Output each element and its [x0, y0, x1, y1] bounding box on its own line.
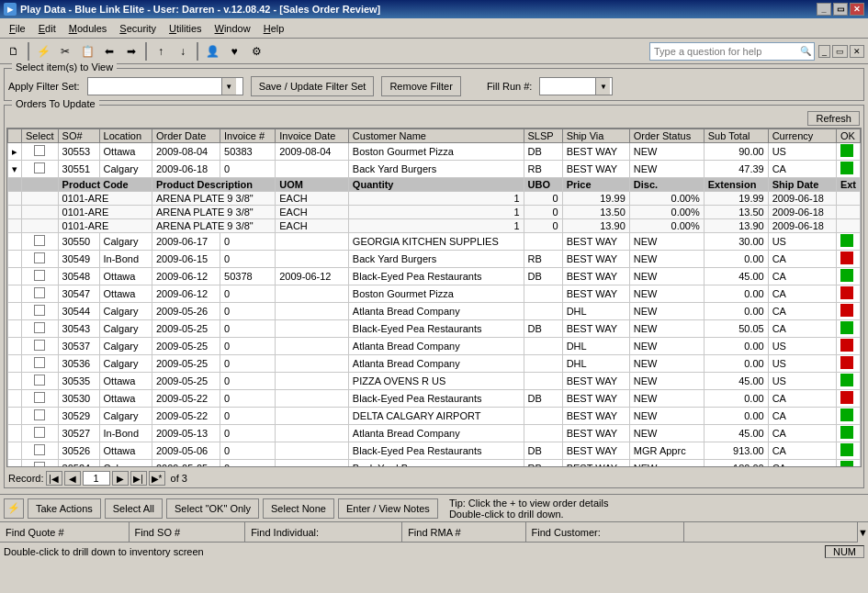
- toolbar-btn-new[interactable]: 🗋: [4, 41, 24, 62]
- find-customer-input[interactable]: [604, 527, 678, 538]
- toolbar-btn-sort-desc[interactable]: ↓: [173, 41, 193, 62]
- check-cell[interactable]: [22, 143, 59, 161]
- check-cell[interactable]: [22, 373, 59, 390]
- nav-new[interactable]: ▶*: [149, 471, 165, 486]
- check-cell[interactable]: [22, 390, 59, 408]
- table-row[interactable]: 30527 In-Bond 2009-05-13 0 Atlanta Bread…: [8, 425, 861, 442]
- expand-cell[interactable]: [8, 390, 22, 408]
- sub-table-row[interactable]: 0101-ARE ARENA PLATE 9 3/8" EACH 1 0 19.…: [8, 192, 861, 206]
- toolbar-btn-2[interactable]: ✂: [55, 41, 75, 62]
- check-cell[interactable]: [22, 161, 59, 178]
- expand-cell[interactable]: [8, 355, 22, 373]
- expand-cell[interactable]: [8, 442, 22, 460]
- table-row[interactable]: ▸ 30553 Ottawa 2009-08-04 50383 2009-08-…: [8, 143, 861, 161]
- col-order-date[interactable]: Order Date: [152, 129, 220, 143]
- save-filter-button[interactable]: Save / Update Filter Set: [251, 76, 375, 96]
- check-cell[interactable]: [22, 303, 59, 320]
- enter-notes-button[interactable]: Enter / View Notes: [338, 498, 438, 519]
- table-row[interactable]: 30524 Calgary 2009-05-05 0 Back Yard Bur…: [8, 460, 861, 468]
- table-row[interactable]: 30529 Calgary 2009-05-22 0 DELTA CALGARY…: [8, 408, 861, 425]
- nav-last[interactable]: ▶|: [130, 471, 147, 486]
- restore-button[interactable]: ▭: [833, 3, 848, 16]
- check-cell[interactable]: [22, 320, 59, 338]
- table-row[interactable]: 30530 Ottawa 2009-05-22 0 Black-Eyed Pea…: [8, 390, 861, 408]
- expand-cell[interactable]: ▸: [8, 143, 22, 161]
- select-ok-only-button[interactable]: Select "OK" Only: [166, 498, 259, 519]
- toolbar-close-btn[interactable]: ✕: [850, 45, 864, 58]
- close-button[interactable]: ✕: [850, 3, 864, 16]
- find-rma-input[interactable]: [465, 527, 520, 538]
- col-order-status[interactable]: Order Status: [629, 129, 704, 143]
- select-none-button[interactable]: Select None: [263, 498, 334, 519]
- col-customer[interactable]: Customer Name: [348, 129, 524, 143]
- check-cell[interactable]: [22, 408, 59, 425]
- col-invoice[interactable]: Invoice #: [220, 129, 276, 143]
- menu-edit[interactable]: Edit: [33, 21, 62, 36]
- expand-cell[interactable]: ▾: [8, 161, 22, 178]
- table-row[interactable]: ▾ 30551 Calgary 2009-06-18 0 Back Yard B…: [8, 161, 861, 178]
- toolbar-restore-btn[interactable]: ▭: [832, 45, 848, 58]
- menu-modules[interactable]: Modules: [63, 21, 113, 36]
- table-row[interactable]: 30547 Ottawa 2009-06-12 0 Boston Gourmet…: [8, 285, 861, 303]
- expand-cell[interactable]: [8, 251, 22, 268]
- table-row[interactable]: 30536 Calgary 2009-05-25 0 Atlanta Bread…: [8, 355, 861, 373]
- fill-run-input[interactable]: [540, 78, 595, 95]
- filter-combo-arrow[interactable]: ▼: [221, 78, 236, 95]
- record-current[interactable]: [83, 471, 110, 486]
- toolbar-minimize-btn[interactable]: _: [818, 45, 830, 58]
- table-row[interactable]: 30548 Ottawa 2009-06-12 50378 2009-06-12…: [8, 268, 861, 285]
- col-ship-via[interactable]: Ship Via: [562, 129, 629, 143]
- minimize-button[interactable]: _: [817, 3, 831, 16]
- nav-first[interactable]: |◀: [46, 471, 62, 486]
- find-individual-input[interactable]: [322, 527, 396, 538]
- expand-cell[interactable]: [8, 425, 22, 442]
- expand-cell[interactable]: [8, 460, 22, 468]
- toolbar-btn-5[interactable]: ➡: [121, 41, 141, 62]
- search-input[interactable]: [650, 43, 797, 60]
- take-actions-icon[interactable]: ⚡: [4, 498, 24, 519]
- expand-cell[interactable]: [8, 233, 22, 251]
- expand-cell[interactable]: [8, 338, 22, 355]
- remove-filter-button[interactable]: Remove Filter: [381, 76, 460, 96]
- menu-utilities[interactable]: Utilities: [163, 21, 207, 36]
- expand-cell[interactable]: [8, 303, 22, 320]
- toolbar-btn-3[interactable]: 📋: [77, 41, 97, 62]
- expand-cell[interactable]: [8, 373, 22, 390]
- check-cell[interactable]: [22, 285, 59, 303]
- nav-prev[interactable]: ◀: [64, 471, 81, 486]
- data-table-wrap[interactable]: Select SO# Location Order Date Invoice #…: [6, 128, 862, 467]
- fill-run-arrow[interactable]: ▼: [595, 78, 610, 95]
- table-row[interactable]: 30543 Calgary 2009-05-25 0 Black-Eyed Pe…: [8, 320, 861, 338]
- check-cell[interactable]: [22, 251, 59, 268]
- check-cell[interactable]: [22, 233, 59, 251]
- refresh-button[interactable]: Refresh: [807, 111, 860, 126]
- toolbar-btn-sort-asc[interactable]: ↑: [151, 41, 171, 62]
- table-row[interactable]: 30537 Calgary 2009-05-25 0 Atlanta Bread…: [8, 338, 861, 355]
- check-cell[interactable]: [22, 338, 59, 355]
- col-invoice-date[interactable]: Invoice Date: [276, 129, 349, 143]
- menu-help[interactable]: Help: [258, 21, 290, 36]
- expand-cell[interactable]: [8, 320, 22, 338]
- menu-window[interactable]: Window: [209, 21, 256, 36]
- check-cell[interactable]: [22, 355, 59, 373]
- table-row[interactable]: 30550 Calgary 2009-06-17 0 GEORGIA KITCH…: [8, 233, 861, 251]
- fill-run-combo[interactable]: ▼: [539, 77, 613, 95]
- menu-security[interactable]: Security: [114, 21, 162, 36]
- check-cell[interactable]: [22, 460, 59, 468]
- col-slsp[interactable]: SLSP: [524, 129, 562, 143]
- toolbar-btn-1[interactable]: ⚡: [33, 41, 53, 62]
- check-cell[interactable]: [22, 425, 59, 442]
- col-sub-total[interactable]: Sub Total: [704, 129, 768, 143]
- toolbar-btn-heart[interactable]: ♥: [224, 41, 244, 62]
- check-cell[interactable]: [22, 268, 59, 285]
- table-row[interactable]: 30544 Calgary 2009-05-26 0 Atlanta Bread…: [8, 303, 861, 320]
- toolbar-btn-run[interactable]: ⚙: [246, 41, 266, 62]
- col-currency[interactable]: Currency: [768, 129, 836, 143]
- col-location[interactable]: Location: [99, 129, 152, 143]
- sub-table-row[interactable]: 0101-ARE ARENA PLATE 9 3/8" EACH 1 0 13.…: [8, 206, 861, 219]
- select-all-button[interactable]: Select All: [105, 498, 163, 519]
- toolbar-btn-4[interactable]: ⬅: [99, 41, 119, 62]
- nav-next[interactable]: ▶: [112, 471, 129, 486]
- col-so[interactable]: SO#: [58, 129, 99, 143]
- table-row[interactable]: 30535 Ottawa 2009-05-25 0 PIZZA OVENS R …: [8, 373, 861, 390]
